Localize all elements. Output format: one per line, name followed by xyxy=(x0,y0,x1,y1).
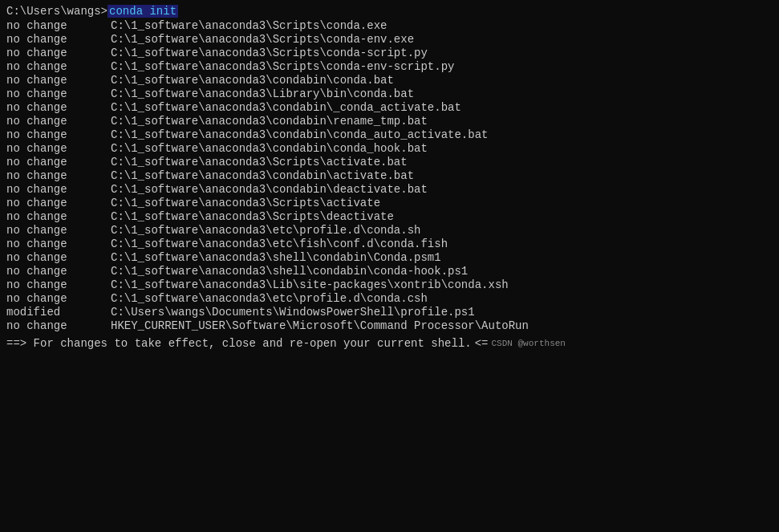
path-cell: C:\1_software\anaconda3\etc\profile.d\co… xyxy=(111,224,420,237)
path-cell: C:\1_software\anaconda3\shell\condabin\c… xyxy=(111,265,468,278)
status-cell: no change xyxy=(6,74,111,87)
path-cell: HKEY_CURRENT_USER\Software\Microsoft\Com… xyxy=(111,319,529,332)
path-cell: C:\1_software\anaconda3\Scripts\conda.ex… xyxy=(111,19,387,32)
output-line: no changeC:\1_software\anaconda3\Scripts… xyxy=(6,210,773,223)
output-line: no changeC:\1_software\anaconda3\etc\pro… xyxy=(6,292,773,305)
path-cell: C:\1_software\anaconda3\condabin\conda.b… xyxy=(111,74,394,87)
output-line: no changeC:\1_software\anaconda3\etc\fis… xyxy=(6,238,773,250)
prompt-command: conda init xyxy=(108,5,178,18)
output-line: no changeC:\1_software\anaconda3\shell\c… xyxy=(6,265,773,278)
status-cell: no change xyxy=(6,224,111,237)
path-cell: C:\1_software\anaconda3\Scripts\deactiva… xyxy=(111,210,394,223)
path-cell: C:\1_software\anaconda3\Scripts\activate xyxy=(111,197,380,209)
output-line: no changeC:\1_software\anaconda3\condabi… xyxy=(6,183,773,196)
path-cell: C:\1_software\anaconda3\condabin\conda_h… xyxy=(111,142,428,155)
output-line: no changeC:\1_software\anaconda3\condabi… xyxy=(6,115,773,128)
path-cell: C:\1_software\anaconda3\Scripts\conda-en… xyxy=(111,33,414,46)
output-line: no changeC:\1_software\anaconda3\Scripts… xyxy=(6,60,773,73)
status-cell: no change xyxy=(6,292,111,305)
path-cell: C:\1_software\anaconda3\etc\profile.d\co… xyxy=(111,292,428,305)
summary-text: ==> For changes to take effect, close an… xyxy=(6,337,472,350)
path-cell: C:\1_software\anaconda3\Scripts\activate… xyxy=(111,156,408,169)
status-cell: no change xyxy=(6,115,111,128)
output-line: no changeC:\1_software\anaconda3\Scripts… xyxy=(6,197,773,209)
status-cell: no change xyxy=(6,142,111,155)
status-cell: no change xyxy=(6,319,111,332)
status-cell: no change xyxy=(6,128,111,141)
output-line: modifiedC:\Users\wangs\Documents\Windows… xyxy=(6,306,773,319)
status-cell: no change xyxy=(6,19,111,32)
path-cell: C:\1_software\anaconda3\condabin\rename_… xyxy=(111,115,428,128)
output-line: no changeC:\1_software\anaconda3\condabi… xyxy=(6,74,773,87)
prompt-path: C:\Users\wangs> xyxy=(6,5,108,18)
status-cell: no change xyxy=(6,87,111,100)
output-line: no changeC:\1_software\anaconda3\condabi… xyxy=(6,128,773,141)
output-line: no changeC:\1_software\anaconda3\Lib\sit… xyxy=(6,278,773,291)
output-container: no changeC:\1_software\anaconda3\Scripts… xyxy=(6,19,773,332)
output-line: no changeC:\1_software\anaconda3\Scripts… xyxy=(6,33,773,46)
output-line: no changeC:\1_software\anaconda3\Scripts… xyxy=(6,19,773,32)
status-cell: no change xyxy=(6,101,111,114)
arrow-right: <= xyxy=(475,337,489,350)
status-cell: modified xyxy=(6,306,111,319)
summary-line: ==> For changes to take effect, close an… xyxy=(6,337,773,350)
status-cell: no change xyxy=(6,197,111,209)
output-line: no changeC:\1_software\anaconda3\condabi… xyxy=(6,101,773,114)
status-cell: no change xyxy=(6,169,111,182)
output-line: no changeC:\1_software\anaconda3\condabi… xyxy=(6,169,773,182)
status-cell: no change xyxy=(6,47,111,59)
status-cell: no change xyxy=(6,183,111,196)
path-cell: C:\1_software\anaconda3\condabin\_conda_… xyxy=(111,101,461,114)
path-cell: C:\1_software\anaconda3\Scripts\conda-sc… xyxy=(111,47,428,59)
prompt-line: C:\Users\wangs> conda init xyxy=(6,5,773,18)
path-cell: C:\1_software\anaconda3\shell\condabin\C… xyxy=(111,251,441,264)
status-cell: no change xyxy=(6,265,111,278)
output-line: no changeC:\1_software\anaconda3\Scripts… xyxy=(6,156,773,169)
watermark-inline: CSDN @worthsen xyxy=(492,339,566,348)
terminal-window: C:\Users\wangs> conda init no changeC:\1… xyxy=(0,0,779,532)
path-cell: C:\1_software\anaconda3\condabin\activat… xyxy=(111,169,414,182)
path-cell: C:\1_software\anaconda3\condabin\deactiv… xyxy=(111,183,428,196)
output-line: no changeHKEY_CURRENT_USER\Software\Micr… xyxy=(6,319,773,332)
path-cell: C:\Users\wangs\Documents\WindowsPowerShe… xyxy=(111,306,475,319)
output-line: no changeC:\1_software\anaconda3\Scripts… xyxy=(6,47,773,59)
status-cell: no change xyxy=(6,60,111,73)
status-cell: no change xyxy=(6,210,111,223)
path-cell: C:\1_software\anaconda3\Library\bin\cond… xyxy=(111,87,414,100)
output-line: no changeC:\1_software\anaconda3\etc\pro… xyxy=(6,224,773,237)
status-cell: no change xyxy=(6,251,111,264)
output-line: no changeC:\1_software\anaconda3\shell\c… xyxy=(6,251,773,264)
status-cell: no change xyxy=(6,278,111,291)
status-cell: no change xyxy=(6,156,111,169)
path-cell: C:\1_software\anaconda3\condabin\conda_a… xyxy=(111,128,488,141)
path-cell: C:\1_software\anaconda3\etc\fish\conf.d\… xyxy=(111,238,448,250)
path-cell: C:\1_software\anaconda3\Lib\site-package… xyxy=(111,278,509,291)
output-line: no changeC:\1_software\anaconda3\condabi… xyxy=(6,142,773,155)
output-line: no changeC:\1_software\anaconda3\Library… xyxy=(6,87,773,100)
status-cell: no change xyxy=(6,238,111,250)
path-cell: C:\1_software\anaconda3\Scripts\conda-en… xyxy=(111,60,454,73)
status-cell: no change xyxy=(6,33,111,46)
